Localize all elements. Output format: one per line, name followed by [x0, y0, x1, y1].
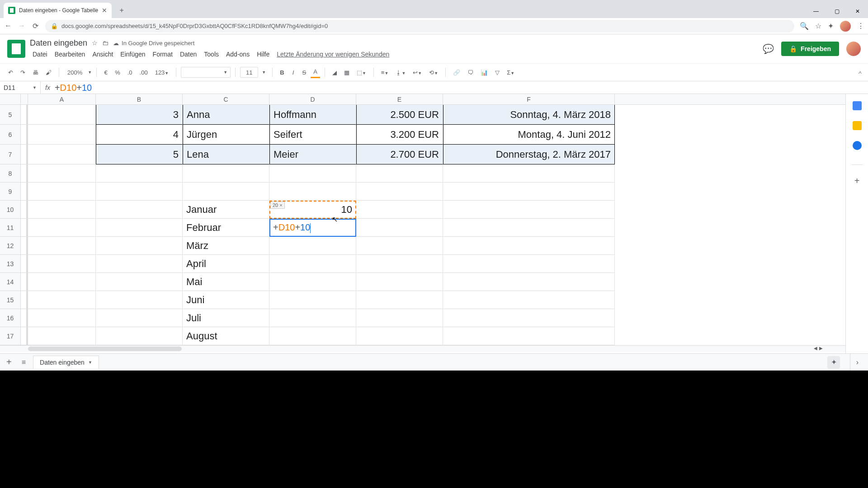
- back-button[interactable]: ←: [4, 22, 13, 30]
- url-field[interactable]: 🔒 docs.google.com/spreadsheets/d/15_k45N…: [45, 20, 794, 33]
- redo-button[interactable]: ↷: [18, 67, 28, 78]
- format-more-button[interactable]: 123▼: [152, 67, 172, 78]
- row-header-7[interactable]: 7: [0, 145, 21, 164]
- filter-button[interactable]: ▽: [492, 67, 502, 78]
- sheet-tab-active[interactable]: Daten eingeben ▼: [33, 356, 99, 369]
- cell-d11-active[interactable]: +D10+10 ↖: [269, 219, 356, 237]
- maximize-button[interactable]: ▢: [826, 5, 847, 18]
- cell-c5[interactable]: Anna: [183, 105, 269, 125]
- cell-c16[interactable]: Juli: [183, 309, 269, 327]
- close-tab-icon[interactable]: ✕: [102, 7, 107, 14]
- browser-menu-icon[interactable]: ⋮: [857, 22, 864, 30]
- cell-b7[interactable]: 5: [96, 145, 183, 164]
- cell-c12[interactable]: März: [183, 237, 269, 255]
- col-header-a[interactable]: A: [28, 94, 96, 104]
- cell-f6[interactable]: Montag, 4. Juni 2012: [443, 125, 615, 145]
- format-currency-button[interactable]: €: [101, 67, 110, 78]
- cell-f5[interactable]: Sonntag, 4. März 2018: [443, 105, 615, 125]
- menu-tools[interactable]: Tools: [201, 49, 222, 60]
- text-color-button[interactable]: A: [311, 66, 320, 78]
- bold-button[interactable]: B: [277, 67, 287, 78]
- row-header-11[interactable]: 11: [0, 219, 21, 237]
- menu-datei[interactable]: Datei: [30, 49, 50, 60]
- print-button[interactable]: 🖶: [30, 67, 41, 78]
- row-header-8[interactable]: 8: [0, 164, 21, 183]
- star-doc-icon[interactable]: ☆: [92, 39, 98, 47]
- cell-reference-box[interactable]: D11 ▼: [0, 81, 41, 94]
- paint-format-button[interactable]: 🖌: [43, 67, 54, 78]
- calendar-icon[interactable]: [853, 101, 862, 110]
- col-header-c[interactable]: C: [183, 94, 269, 104]
- menu-bearbeiten[interactable]: Bearbeiten: [52, 49, 88, 60]
- cell-c11[interactable]: Februar: [183, 219, 269, 237]
- col-header-d[interactable]: D: [269, 94, 356, 104]
- reload-button[interactable]: ⟳: [31, 22, 40, 30]
- sheets-logo-icon[interactable]: [7, 40, 25, 58]
- format-percent-button[interactable]: %: [112, 67, 123, 78]
- row-header-6[interactable]: 6: [0, 125, 21, 145]
- merge-button[interactable]: ⬚▼: [354, 67, 369, 78]
- explore-button[interactable]: ✦: [827, 356, 840, 369]
- cell-d7[interactable]: Meier: [269, 145, 356, 164]
- cell-e6[interactable]: 3.200 EUR: [356, 125, 443, 145]
- cell-c10[interactable]: Januar: [183, 201, 269, 219]
- valign-button[interactable]: ⭳▼: [393, 67, 408, 78]
- account-avatar[interactable]: [846, 42, 861, 56]
- cell-d10[interactable]: 10: [269, 201, 356, 219]
- spreadsheet-grid[interactable]: A B C D E F 5 3 Anna Hoffmann 2.500 EUR …: [0, 94, 845, 353]
- cell-c13[interactable]: April: [183, 255, 269, 273]
- undo-button[interactable]: ↶: [5, 67, 16, 78]
- comments-icon[interactable]: 💬: [763, 43, 774, 54]
- cell-c17[interactable]: August: [183, 327, 269, 345]
- cell-a5[interactable]: [28, 105, 96, 125]
- add-sheet-button[interactable]: +: [4, 357, 14, 367]
- chart-button[interactable]: 📊: [478, 67, 491, 78]
- all-sheets-button[interactable]: ≡: [19, 358, 28, 366]
- cell-d6[interactable]: Seifert: [269, 125, 356, 145]
- cell-e7[interactable]: 2.700 EUR: [356, 145, 443, 164]
- col-header-f[interactable]: F: [443, 94, 615, 104]
- row-header-10[interactable]: 10: [0, 201, 21, 219]
- menu-einfuegen[interactable]: Einfügen: [118, 49, 148, 60]
- row-header-13[interactable]: 13: [0, 255, 21, 273]
- italic-button[interactable]: I: [289, 67, 298, 78]
- star-icon[interactable]: ☆: [815, 22, 821, 30]
- formula-input[interactable]: +D10+10: [55, 82, 92, 93]
- last-edit-link[interactable]: Letzte Änderung vor wenigen Sekunden: [274, 49, 392, 60]
- rotate-button[interactable]: ⟲▼: [426, 67, 441, 78]
- increase-decimal-button[interactable]: .00: [137, 67, 151, 78]
- minimize-button[interactable]: —: [806, 5, 826, 18]
- functions-button[interactable]: Σ▼: [504, 67, 517, 78]
- extension-icon[interactable]: ✦: [828, 22, 834, 30]
- new-tab-button[interactable]: +: [115, 4, 128, 17]
- doc-title[interactable]: Daten eingeben: [30, 38, 87, 48]
- row-header-17[interactable]: 17: [0, 327, 21, 345]
- zoom-select[interactable]: 200%: [64, 67, 86, 78]
- row-header-14[interactable]: 14: [0, 273, 21, 291]
- share-button[interactable]: 🔒 Freigeben: [781, 42, 839, 56]
- borders-button[interactable]: ▦: [341, 67, 352, 78]
- cell-d5[interactable]: Hoffmann: [269, 105, 356, 125]
- horizontal-scrollbar[interactable]: ◀▶: [0, 345, 845, 352]
- decrease-decimal-button[interactable]: .0: [125, 67, 135, 78]
- fill-color-button[interactable]: ◢: [330, 67, 340, 78]
- halign-button[interactable]: ≡▼: [378, 67, 392, 78]
- menu-daten[interactable]: Daten: [177, 49, 199, 60]
- col-header-b[interactable]: B: [96, 94, 183, 104]
- col-header-e[interactable]: E: [356, 94, 443, 104]
- menu-format[interactable]: Format: [150, 49, 175, 60]
- menu-hilfe[interactable]: Hilfe: [254, 49, 272, 60]
- cell-b5[interactable]: 3: [96, 105, 183, 125]
- row-header-15[interactable]: 15: [0, 291, 21, 309]
- strike-button[interactable]: S: [300, 67, 309, 78]
- cell-f7[interactable]: Donnerstag, 2. März 2017: [443, 145, 615, 164]
- sheet-tab-menu-icon[interactable]: ▼: [88, 360, 92, 365]
- cell-a6[interactable]: [28, 125, 96, 145]
- cell-b6[interactable]: 4: [96, 125, 183, 145]
- collapse-toolbar-button[interactable]: ㅅ: [858, 69, 863, 76]
- scrollbar-thumb[interactable]: [28, 347, 182, 351]
- cell-c6[interactable]: Jürgen: [183, 125, 269, 145]
- keep-icon[interactable]: [853, 121, 862, 130]
- row-header-9[interactable]: 9: [0, 183, 21, 201]
- add-addon-icon[interactable]: +: [854, 176, 860, 186]
